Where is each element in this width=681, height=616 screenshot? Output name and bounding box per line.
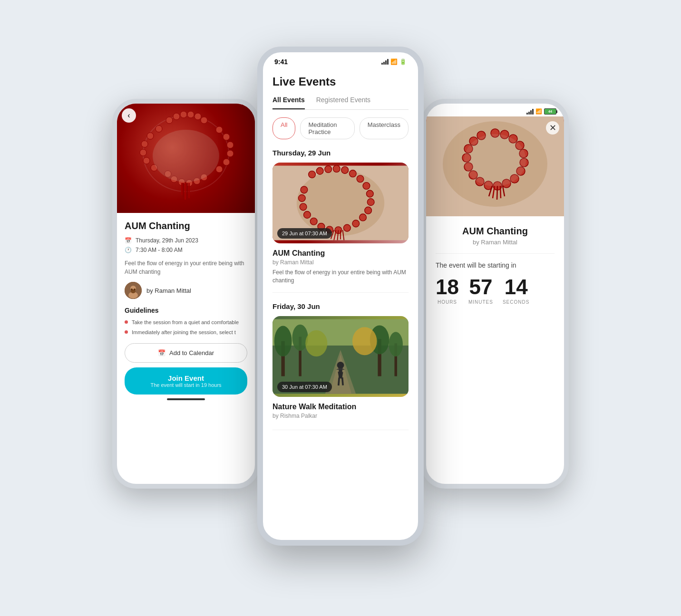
- divider: [436, 253, 555, 254]
- svg-point-78: [337, 362, 344, 369]
- close-button[interactable]: ✕: [546, 121, 559, 135]
- svg-rect-28: [181, 183, 183, 195]
- chip-all[interactable]: All: [272, 117, 295, 139]
- svg-rect-26: [185, 183, 186, 200]
- svg-point-8: [223, 134, 230, 140]
- svg-point-49: [365, 207, 372, 214]
- tabs-row: All Events Registered Events: [272, 96, 409, 110]
- card-timestamp-2: 30 Jun at 07:30 AM: [277, 382, 332, 392]
- svg-point-59: [298, 194, 305, 202]
- status-icons: 📶 🔋: [381, 58, 407, 65]
- svg-point-47: [366, 190, 373, 197]
- svg-point-75: [389, 332, 403, 356]
- svg-point-71: [292, 324, 308, 350]
- chip-masterclass[interactable]: Masterclass: [360, 117, 409, 139]
- host-row: by Raman Mittal: [125, 282, 247, 299]
- minutes-number: 57: [468, 277, 493, 298]
- svg-point-43: [341, 166, 349, 173]
- chip-meditation[interactable]: Meditation Practice: [300, 117, 354, 139]
- svg-point-42: [333, 165, 340, 173]
- svg-point-46: [363, 183, 370, 190]
- event-description: Feel the flow of energy in your entire b…: [125, 259, 247, 276]
- time-display: 9:41: [274, 58, 288, 66]
- card-timestamp-1: 29 Jun at 07:30 AM: [277, 228, 332, 239]
- svg-point-3: [180, 111, 187, 118]
- seconds-unit: 14 SECONDS: [503, 277, 529, 305]
- card-host-1: by Raman Mittal: [272, 259, 409, 266]
- svg-point-109: [464, 134, 526, 186]
- bullet-dot: [125, 320, 128, 324]
- svg-point-24: [156, 125, 162, 132]
- right-host: by Raman Mittal: [436, 239, 555, 246]
- signal-icon: [381, 59, 389, 65]
- svg-point-11: [223, 159, 230, 165]
- center-header: Live Events All Events Registered Events…: [263, 67, 418, 139]
- card-title-1: AUM Chanting: [272, 249, 409, 258]
- add-calendar-button[interactable]: 📅 Add to Calendar: [125, 343, 247, 363]
- left-phone-content: ‹ AUM Chanting 📅 Thursday, 29th Jun 2023…: [117, 104, 255, 484]
- section-date-1: Thursday, 29 Jun: [263, 149, 418, 157]
- mala-decoration: [117, 104, 255, 213]
- back-button[interactable]: ‹: [122, 108, 136, 123]
- filter-chips: All Meditation Practice Masterclass: [272, 117, 409, 139]
- signal-bars: [526, 109, 534, 115]
- date-meta: 📅 Thursday, 29th Jun 2023: [125, 237, 247, 244]
- clock-icon: 🕐: [125, 247, 132, 253]
- svg-point-21: [140, 149, 146, 156]
- svg-point-40: [316, 167, 323, 174]
- svg-point-51: [352, 220, 360, 227]
- svg-point-1: [166, 117, 173, 124]
- svg-point-6: [201, 117, 207, 124]
- svg-point-44: [349, 170, 356, 177]
- svg-rect-25: [183, 183, 184, 197]
- svg-point-45: [357, 175, 364, 183]
- guideline-item: Take the session from a quiet and comfor…: [125, 319, 247, 326]
- notch: [317, 52, 364, 64]
- svg-point-76: [305, 330, 327, 356]
- svg-point-20: [143, 157, 150, 164]
- join-event-button[interactable]: Join Event The event will start in 19 ho…: [125, 367, 247, 395]
- svg-point-41: [325, 166, 332, 173]
- svg-point-4: [187, 111, 194, 118]
- right-status-bar: 📶 44: [426, 104, 564, 116]
- svg-rect-27: [186, 183, 188, 196]
- battery-icon: 🔋: [399, 58, 407, 65]
- svg-point-48: [367, 199, 374, 206]
- seconds-label: SECONDS: [503, 299, 529, 305]
- svg-point-39: [309, 171, 316, 178]
- event-title: AUM Chanting: [125, 221, 247, 231]
- event-image-nature: 30 Jun at 07:30 AM: [272, 316, 409, 397]
- tab-all-events[interactable]: All Events: [272, 96, 305, 109]
- avatar: [125, 282, 142, 299]
- svg-point-12: [216, 166, 223, 173]
- battery-icon-right: 44: [544, 108, 556, 115]
- right-hero-image: ✕: [426, 116, 564, 216]
- center-phone-content: 9:41 📶 🔋 Live Events: [263, 52, 418, 540]
- svg-rect-29: [188, 183, 190, 198]
- tab-registered-events[interactable]: Registered Events: [316, 96, 370, 109]
- svg-line-106: [497, 186, 497, 200]
- calendar-btn-icon: 📅: [158, 349, 165, 356]
- svg-point-2: [173, 113, 180, 120]
- svg-point-7: [216, 126, 223, 133]
- hours-number: 18: [436, 277, 459, 298]
- svg-point-52: [343, 224, 350, 231]
- wifi-icon-right: 📶: [535, 108, 542, 115]
- center-phone: 9:41 📶 🔋 Live Events: [257, 47, 424, 546]
- center-scroll[interactable]: Live Events All Events Registered Events…: [263, 67, 418, 527]
- guidelines-title: Guidelines: [125, 307, 247, 314]
- svg-point-77: [352, 327, 377, 355]
- card-desc-1: Feel the flow of energy in your entire b…: [272, 269, 409, 285]
- right-status-icons: 📶 44: [526, 108, 556, 115]
- home-bar: [167, 398, 205, 400]
- bullet-dot-2: [125, 330, 128, 334]
- left-body: AUM Chanting 📅 Thursday, 29th Jun 2023 🕐…: [117, 213, 255, 412]
- left-hero-image: ‹: [117, 104, 255, 213]
- svg-point-56: [310, 218, 317, 225]
- svg-point-69: [274, 326, 292, 356]
- section-date-2: Friday, 30 Jun: [263, 302, 418, 310]
- hours-unit: 18 HOURS: [436, 277, 459, 305]
- right-phone-content: 📶 44: [426, 104, 564, 484]
- svg-line-107: [500, 186, 501, 198]
- svg-point-57: [304, 212, 311, 219]
